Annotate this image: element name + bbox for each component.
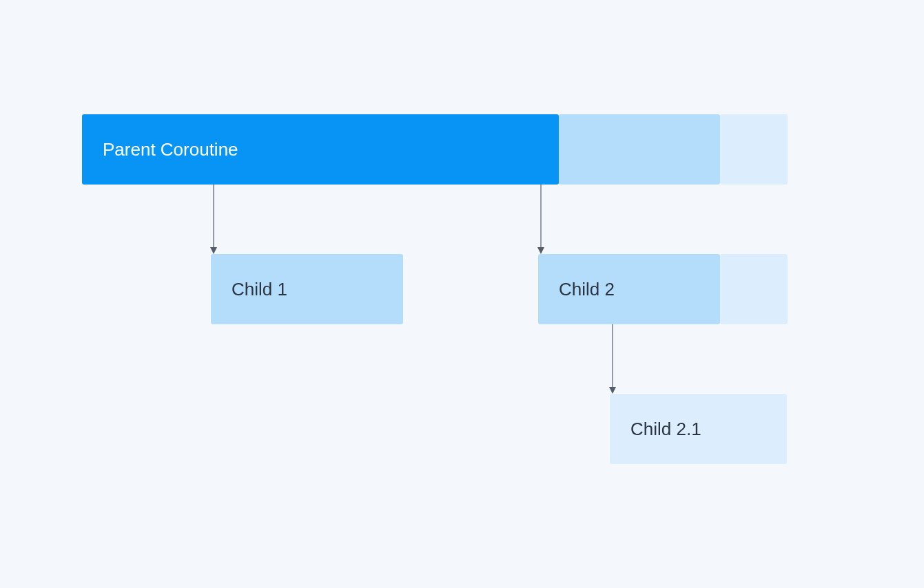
child-2-label: Child 2 bbox=[559, 279, 615, 300]
parent-coroutine-extension-1 bbox=[559, 114, 720, 185]
arrowhead-parent-to-child2 bbox=[537, 247, 544, 254]
parent-coroutine-extension-2 bbox=[720, 114, 788, 185]
child-2-bar: Child 2 bbox=[538, 254, 720, 324]
child-2-extension bbox=[720, 254, 788, 324]
child-1-bar: Child 1 bbox=[211, 254, 403, 324]
coroutine-hierarchy-diagram: Parent Coroutine Child 1 Child 2 Child 2… bbox=[0, 0, 924, 588]
parent-coroutine-label: Parent Coroutine bbox=[103, 139, 238, 160]
parent-coroutine-bar: Parent Coroutine bbox=[82, 114, 559, 185]
arrowhead-child2-to-child21 bbox=[609, 387, 616, 394]
child-2-1-label: Child 2.1 bbox=[630, 419, 701, 440]
child-2-1-bar: Child 2.1 bbox=[610, 394, 787, 464]
arrowhead-parent-to-child1 bbox=[210, 247, 217, 254]
child-1-label: Child 1 bbox=[232, 279, 287, 300]
